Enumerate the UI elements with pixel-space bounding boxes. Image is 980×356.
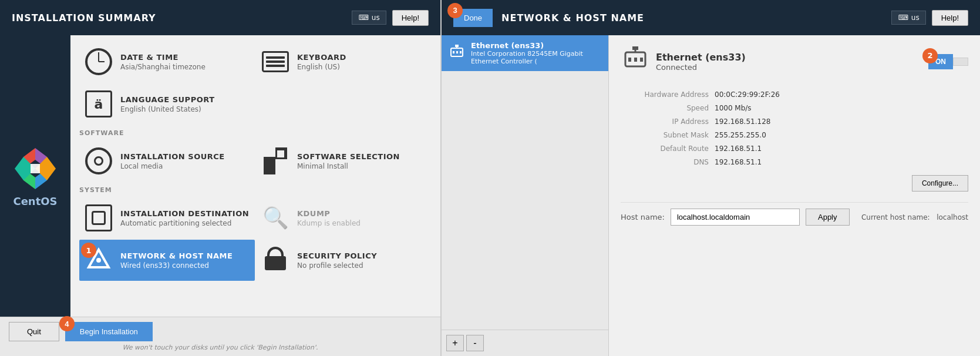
disk-icon-shape (85, 204, 112, 231)
destination-item[interactable]: INSTALLATION DESTINATION Automatic parti… (79, 197, 255, 239)
hw-address-value: 00:0C:29:99:2F:26 (715, 89, 968, 100)
speed-label: Speed (621, 103, 709, 113)
right-help-button[interactable]: Help! (932, 10, 968, 26)
left-panel: INSTALLATION SUMMARY ⌨ us Help! (0, 0, 440, 356)
detail-device-name: Ethernet (ens33) (656, 52, 746, 63)
destination-info: INSTALLATION DESTINATION Automatic parti… (120, 209, 250, 227)
keyboard-subtitle: English (US) (297, 63, 427, 71)
network-list-controls: + - (442, 330, 608, 356)
ethernet-icon (449, 43, 465, 63)
network-item-ens33-info: Ethernet (ens33) Intel Corporation 82545… (471, 41, 601, 65)
remove-network-button[interactable]: - (466, 335, 484, 351)
sidebar-logo: CentOS (0, 35, 70, 317)
dns-label: DNS (621, 157, 709, 167)
destination-subtitle: Automatic partitioning selected (120, 219, 250, 227)
keyboard-item-icon (261, 47, 290, 76)
network-item[interactable]: 1 NETWORK & HOST NAME Wired (ens33) conn… (79, 240, 255, 281)
default-route-label: Default Route (621, 143, 709, 154)
bottom-note: We won't touch your disks until you clic… (9, 344, 432, 351)
add-network-button[interactable]: + (446, 335, 464, 351)
network-item-info: NETWORK & HOST NAME Wired (ens33) connec… (120, 251, 250, 270)
language-icon: ä (84, 89, 113, 119)
right-panel: 3 Done NETWORK & HOST NAME ⌨ us Help! (440, 0, 980, 356)
source-subtitle: Local media (120, 162, 250, 170)
hostname-input[interactable] (671, 209, 800, 226)
keyboard-info: KEYBOARD English (US) (297, 53, 427, 71)
svg-rect-19 (634, 58, 637, 62)
datetime-subtitle: Asia/Shanghai timezone (120, 63, 250, 71)
detail-name-status: Ethernet (ens33) Connected (656, 52, 746, 72)
datetime-title: DATE & TIME (120, 53, 250, 62)
security-icon (261, 246, 290, 275)
datetime-item[interactable]: DATE & TIME Asia/Shanghai timezone (79, 41, 255, 82)
keyboard-icon: ⌨ (358, 14, 368, 22)
installation-summary-title: INSTALLATION SUMMARY (12, 12, 156, 23)
content-area: CentOS DATE & TIME Asia/Shanghai timezon… (0, 35, 440, 317)
lock-icon-shape (265, 247, 286, 274)
svg-rect-20 (640, 58, 643, 62)
lang-icon-shape: ä (85, 90, 112, 117)
keyboard-title: KEYBOARD (297, 53, 427, 62)
configure-row: Configure... (621, 175, 968, 192)
right-header: 3 Done NETWORK & HOST NAME ⌨ us Help! (442, 0, 980, 35)
security-subtitle: No profile selected (297, 261, 427, 270)
subnet-mask-label: Subnet Mask (621, 130, 709, 140)
help-button[interactable]: Help! (392, 10, 429, 26)
current-hostname-label: Current host name: (861, 213, 930, 221)
keyboard-indicator: ⌨ us (352, 11, 386, 25)
network-badge: 1 (81, 243, 96, 258)
source-item[interactable]: INSTALLATION SOURCE Local media (79, 140, 255, 182)
network-item-ens33-desc: Intel Corporation 82545EM Gigabit Ethern… (471, 50, 601, 65)
keyboard-lang: us (372, 14, 380, 22)
datetime-icon (84, 47, 113, 76)
language-item[interactable]: ä LANGUAGE SUPPORT English (United State… (79, 83, 255, 125)
network-item-ens33-name: Ethernet (ens33) (471, 41, 601, 50)
centos-logo-svg (12, 145, 59, 192)
bottom-buttons: Quit 4 Begin Installation (9, 322, 432, 341)
network-item-title: NETWORK & HOST NAME (120, 251, 250, 260)
kdump-subtitle: Kdump is enabled (297, 219, 427, 227)
network-list-panel: Ethernet (ens33) Intel Corporation 82545… (442, 35, 609, 356)
right-keyboard-lang: us (911, 14, 920, 22)
datetime-info: DATE & TIME Asia/Shanghai timezone (120, 53, 250, 71)
software-icon-shape (264, 147, 287, 174)
right-keyboard-indicator: ⌨ us (891, 11, 925, 25)
begin-installation-button[interactable]: 4 Begin Installation (65, 322, 153, 341)
software-selection-title: SOFTWARE SELECTION (297, 152, 427, 161)
svg-rect-11 (455, 45, 459, 47)
keyboard-item[interactable]: KEYBOARD English (US) (256, 41, 432, 82)
source-title: INSTALLATION SOURCE (120, 152, 250, 161)
software-grid: INSTALLATION SOURCE Local media SO (79, 140, 432, 182)
left-header: INSTALLATION SUMMARY ⌨ us Help! (0, 0, 440, 35)
done-badge: 3 (447, 3, 463, 18)
system-section-label: SYSTEM (79, 186, 432, 194)
kdump-icon-shape: 🔍 (262, 206, 289, 230)
quit-button[interactable]: Quit (9, 322, 59, 341)
software-selection-info: SOFTWARE SELECTION Minimal Install (297, 152, 427, 170)
network-list-item-ens33[interactable]: Ethernet (ens33) Intel Corporation 82545… (442, 35, 608, 71)
ip-address-value: 192.168.51.128 (715, 116, 968, 127)
configure-button[interactable]: Configure... (912, 175, 968, 192)
toggle-off-button[interactable] (953, 58, 968, 66)
language-title: LANGUAGE SUPPORT (120, 95, 250, 104)
software-selection-item[interactable]: SOFTWARE SELECTION Minimal Install (256, 140, 432, 182)
source-info: INSTALLATION SOURCE Local media (120, 152, 250, 170)
destination-title: INSTALLATION DESTINATION (120, 209, 250, 218)
done-button[interactable]: 3 Done (453, 9, 493, 27)
begin-badge: 4 (59, 316, 75, 331)
security-item[interactable]: SECURITY POLICY No profile selected (256, 240, 432, 281)
toggle-switch: 2 ON (928, 54, 968, 69)
software-selection-icon (261, 146, 290, 176)
kdump-item[interactable]: 🔍 KDUMP Kdump is enabled (256, 197, 432, 239)
svg-rect-18 (628, 58, 631, 62)
hw-address-label: Hardware Address (621, 89, 709, 100)
software-section-label: SOFTWARE (79, 129, 432, 137)
svg-rect-12 (453, 51, 454, 53)
apply-button[interactable]: Apply (806, 209, 850, 226)
svg-point-8 (96, 258, 101, 263)
hostname-label: Host name: (621, 213, 665, 221)
right-header-left: 3 Done NETWORK & HOST NAME (453, 9, 644, 27)
hostname-row: Host name: Apply Current host name: loca… (621, 202, 968, 226)
right-keyboard-icon: ⌨ (898, 14, 908, 22)
ip-address-label: IP Address (621, 116, 709, 127)
